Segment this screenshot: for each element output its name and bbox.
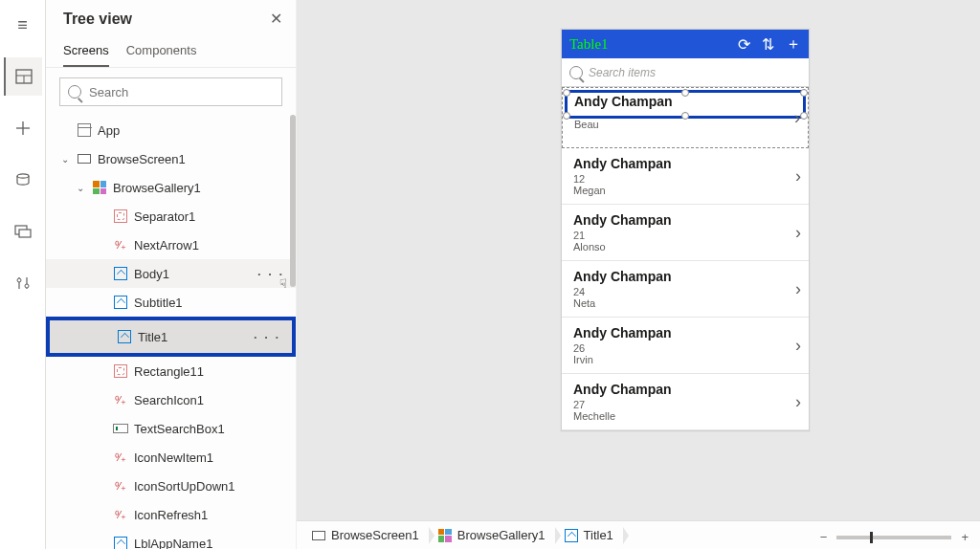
gallery-item[interactable]: Andy Champan Beau › (562, 87, 809, 148)
chevron-right-icon[interactable]: › (795, 336, 801, 356)
group-icon: ⁰⁄₊ (113, 237, 128, 253)
tree-search-input[interactable] (87, 84, 274, 100)
add-icon[interactable]: ＋ (786, 34, 801, 55)
label-icon (565, 529, 578, 542)
settings-rail-button[interactable] (4, 264, 42, 302)
shape-icon (114, 364, 127, 378)
zoom-out-button[interactable]: − (820, 530, 828, 544)
data-rail-button[interactable] (4, 161, 42, 199)
media-rail-button[interactable] (4, 212, 42, 251)
group-icon: ⁰⁄₊ (113, 392, 128, 407)
gallery-title: Andy Champan (573, 156, 799, 171)
gallery-item[interactable]: Andy Champan 12 Megan › (562, 148, 809, 205)
design-canvas[interactable]: Table1 ⟳ ⇅ ＋ Search items Andy Champan B… (297, 0, 980, 549)
gallery-icon (93, 181, 106, 194)
gallery-title: Andy Champan (573, 212, 799, 228)
gallery-title[interactable]: Andy Champan (574, 94, 798, 109)
tree-node-subtitle1[interactable]: Subtitle1 (46, 288, 296, 317)
chevron-right-icon[interactable]: › (795, 279, 801, 299)
svg-rect-7 (19, 230, 31, 237)
more-icon[interactable]: · · · (257, 267, 284, 281)
panel-title: Tree view (63, 11, 132, 28)
app-preview: Table1 ⟳ ⇅ ＋ Search items Andy Champan B… (561, 29, 810, 431)
highlight-title1: Title1 · · · (46, 317, 296, 357)
gallery-title: Andy Champan (573, 269, 799, 284)
breadcrumb-label: Title1 (584, 528, 613, 542)
breadcrumb-bar: BrowseScreen1 BrowseGallery1 Title1 − + (297, 520, 980, 549)
chevron-right-icon[interactable]: › (794, 108, 800, 128)
tree-node-separator1[interactable]: Separator1 (46, 202, 296, 231)
gallery-body: Neta (573, 297, 799, 309)
tree-view-panel: Tree view ✕ Screens Components App ⌄ Bro… (46, 0, 297, 549)
svg-point-5 (17, 174, 29, 178)
insert-rail-button[interactable] (4, 109, 42, 147)
gallery-body: Mechelle (573, 410, 799, 422)
tree-list: App ⌄ BrowseScreen1 ⌄ BrowseGallery1 Sep… (46, 116, 296, 549)
breadcrumb-label: BrowseScreen1 (331, 528, 419, 542)
gallery-subtitle: 21 (573, 230, 799, 241)
tree-node-app[interactable]: App (46, 116, 296, 144)
tree-node-body1[interactable]: Body1 · · · (46, 259, 296, 288)
label-icon (114, 296, 127, 309)
chevron-right-icon[interactable]: › (795, 223, 801, 243)
tree-node-textsearchbox1[interactable]: TextSearchBox1 (46, 414, 296, 443)
svg-point-11 (25, 284, 29, 288)
gallery-body: Irvin (573, 354, 799, 365)
breadcrumb-item[interactable]: BrowseGallery1 (433, 525, 555, 546)
tree-scrollbar-thumb[interactable] (290, 115, 296, 287)
breadcrumb-label: BrowseGallery1 (457, 528, 546, 542)
group-icon: ⁰⁄₊ (113, 478, 128, 494)
gallery-subtitle: 26 (573, 342, 799, 354)
tree-node-iconrefresh1[interactable]: ⁰⁄₊ IconRefresh1 (46, 500, 296, 529)
svg-point-10 (17, 278, 21, 282)
close-icon[interactable]: ✕ (270, 10, 282, 28)
chevron-right-icon[interactable]: › (795, 166, 801, 187)
gallery-title: Andy Champan (573, 325, 799, 340)
tree-node-searchicon1[interactable]: ⁰⁄₊ SearchIcon1 (46, 385, 296, 414)
refresh-icon[interactable]: ⟳ (738, 35, 750, 54)
gallery-item[interactable]: Andy Champan 27 Mechelle › (562, 374, 809, 430)
chevron-right-icon[interactable]: › (795, 392, 801, 412)
gallery-title: Andy Champan (573, 382, 799, 397)
breadcrumb-item[interactable]: Title1 (559, 525, 623, 546)
tab-screens[interactable]: Screens (63, 37, 109, 67)
tree-node-title1[interactable]: Title1 · · · (50, 320, 292, 353)
more-icon[interactable]: · · · (254, 330, 280, 344)
zoom-in-button[interactable]: + (961, 530, 969, 544)
hamburger-icon[interactable]: ≡ (4, 6, 42, 44)
tree-node-browsegallery1[interactable]: ⌄ BrowseGallery1 (46, 173, 296, 202)
screen-icon (312, 531, 325, 540)
app-search-box[interactable]: Search items (562, 58, 809, 87)
gallery-subtitle: 27 (573, 399, 799, 410)
tree-view-rail-button[interactable] (4, 57, 42, 96)
tree-node-nextarrow1[interactable]: ⁰⁄₊ NextArrow1 (46, 231, 296, 259)
label-icon (114, 267, 127, 280)
app-header: Table1 ⟳ ⇅ ＋ (562, 30, 809, 58)
tree-search-box[interactable] (59, 77, 282, 106)
gallery-item[interactable]: Andy Champan 21 Alonso › (562, 205, 809, 261)
gallery-item[interactable]: Andy Champan 24 Neta › (562, 261, 809, 318)
tree-node-iconnewitem1[interactable]: ⁰⁄₊ IconNewItem1 (46, 443, 296, 472)
zoom-slider[interactable] (836, 536, 951, 539)
gallery-body: Beau (574, 119, 798, 130)
gallery-body: Alonso (573, 241, 799, 253)
search-placeholder-text: Search items (589, 66, 656, 79)
tree-node-iconsortupdown1[interactable]: ⁰⁄₊ IconSortUpDown1 (46, 472, 296, 500)
textinput-icon (113, 424, 128, 433)
tree-node-browsescreen1[interactable]: ⌄ BrowseScreen1 (46, 144, 296, 173)
left-tool-rail: ≡ (0, 0, 46, 549)
gallery-subtitle: 24 (573, 286, 799, 297)
zoom-controls: − + (820, 530, 969, 544)
breadcrumb-item[interactable]: BrowseScreen1 (306, 525, 429, 546)
sort-icon[interactable]: ⇅ (762, 35, 774, 54)
app-title-label[interactable]: Table1 (569, 36, 609, 53)
group-icon: ⁰⁄₊ (113, 507, 128, 522)
gallery-item[interactable]: Andy Champan 26 Irvin › (562, 318, 809, 374)
screen-icon (78, 154, 91, 164)
label-icon (114, 537, 127, 549)
tree-node-lblappname1[interactable]: LblAppName1 (46, 529, 296, 549)
gallery-body: Megan (573, 185, 799, 196)
tree-node-rectangle11[interactable]: Rectangle11 (46, 357, 296, 385)
shape-icon (114, 209, 127, 223)
tab-components[interactable]: Components (126, 37, 197, 67)
